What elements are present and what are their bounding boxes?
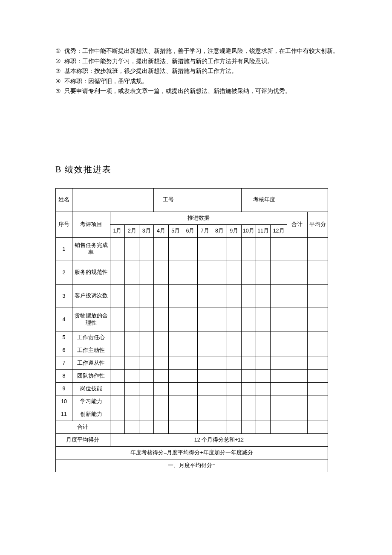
cell [154,421,168,433]
cell [198,237,212,261]
cell [139,408,154,421]
cell [271,284,287,308]
cell [241,421,256,433]
row-no: 10 [56,395,72,408]
cell [198,395,212,408]
cell [198,344,212,357]
row-name: 服务的规范性 [72,261,110,284]
col-month: 7月 [198,224,212,237]
cell [271,382,287,395]
criteria-text: 称职：工作中能努力学习，提出新想法、新措施与新的工作方法并有风险意识。 [64,57,345,66]
row-no: 11 [56,408,72,421]
cell [307,331,328,344]
cell [183,421,197,433]
cell [110,357,124,369]
cell [241,395,256,408]
row-name: 工作遵从性 [72,357,110,369]
footer-line: 一、月度平均得分= [56,459,328,472]
performance-table: 姓名 工号 考核年度 序号 考评项目 推进数据 合计 平均分 1月 2月 3月 … [55,188,328,472]
month-avg-row: 月度平均得分 12 个月得分总和÷12 [56,433,328,446]
cell [287,284,307,308]
cell [154,382,168,395]
cell [212,284,227,308]
sum-label: 合计 [56,421,110,433]
cell [307,421,328,433]
section-title: B 绩效推进表 [55,164,345,175]
table-row: 8 团队协作性 [56,369,328,382]
cell [287,261,307,284]
table-row: 2 服务的规范性 [56,261,328,284]
cell [287,408,307,421]
cell [241,284,256,308]
cell [256,369,270,382]
cell [125,421,139,433]
cell [139,357,154,369]
cell [227,395,241,408]
cell [110,421,124,433]
cell [287,421,307,433]
cell [198,421,212,433]
col-month: 5月 [168,224,183,237]
cell [168,408,183,421]
cell [154,308,168,331]
cell [139,344,154,357]
criteria-item: ④ 不称职：因循守旧，墨守成规。 [55,77,345,86]
cell [110,344,124,357]
cell [212,395,227,408]
cell [256,395,270,408]
cell [271,395,287,408]
cell [227,308,241,331]
cell [256,357,270,369]
cell [212,382,227,395]
cell [110,261,124,284]
jobno-label: 工号 [154,188,183,212]
cell [110,284,124,308]
cell [271,237,287,261]
cell [139,237,154,261]
annual-formula: 年度考核得分=月度平均得分+年度加分一年度减分 [56,446,328,459]
cell [183,382,197,395]
cell [227,261,241,284]
cell [154,331,168,344]
cell [168,382,183,395]
criteria-text: 不称职：因循守旧，墨守成规。 [64,77,345,86]
col-total: 合计 [287,212,307,237]
cell [287,395,307,408]
cell [168,344,183,357]
sum-row: 合计 [56,421,328,433]
name-value [72,188,154,212]
col-month: 11月 [256,224,270,237]
criteria-marker: ① [55,47,61,55]
cell [271,308,287,331]
cell [154,284,168,308]
cell [271,331,287,344]
year-label: 考核年度 [241,188,287,212]
cell [287,369,307,382]
cell [183,357,197,369]
cell [307,237,328,261]
cell [227,344,241,357]
cell [212,357,227,369]
cell [139,261,154,284]
cell [212,237,227,261]
cell [241,344,256,357]
table-row: 1 销售任务完成率 [56,237,328,261]
cell [241,382,256,395]
footer-row: 一、月度平均得分= [56,459,328,472]
table-row: 7 工作遵从性 [56,357,328,369]
col-month: 4月 [154,224,168,237]
cell [227,408,241,421]
cell [212,408,227,421]
year-value [287,188,328,212]
cell [198,284,212,308]
row-no: 6 [56,344,72,357]
cell [183,237,197,261]
col-month: 3月 [139,224,154,237]
cell [154,408,168,421]
col-avg: 平均分 [307,212,328,237]
cell [256,261,270,284]
table-row: 3 客户投诉次数 [56,284,328,308]
row-name: 销售任务完成率 [72,237,110,261]
cell [212,421,227,433]
col-month: 1月 [110,224,124,237]
